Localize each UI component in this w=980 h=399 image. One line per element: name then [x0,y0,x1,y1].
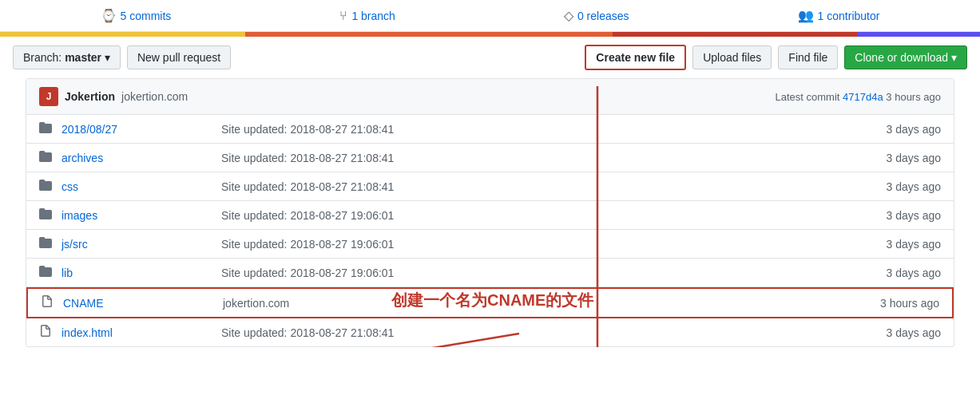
file-name-link[interactable]: 2018/08/27 [61,123,117,136]
file-time: 3 days ago [861,123,941,136]
branch-link[interactable]: 1 branch [351,10,395,22]
table-row: CNAMEjokertion.com3 hours ago [26,287,954,318]
action-bar-right: Create new file Upload files Find file C… [585,45,967,70]
folder-icon [39,121,55,136]
file-message: Site updated: 2018-08-27 19:06:01 [221,238,861,251]
file-time: 3 days ago [861,267,941,279]
file-message: Site updated: 2018-08-27 19:06:01 [221,209,861,222]
progress-bar [0,32,980,37]
file-time: 3 days ago [861,326,941,339]
commit-time: 3 hours ago [886,91,941,103]
upload-files-button[interactable]: Upload files [692,45,772,69]
contributor-stat: 👥 1 contributor [798,8,880,23]
commits-label: commits [129,10,171,22]
file-list: 2018/08/27Site updated: 2018-08-27 21:08… [26,115,954,346]
table-row: js/srcSite updated: 2018-08-27 19:06:013… [26,230,954,259]
repo-header-left: J Jokertion jokertion.com [39,87,188,106]
file-time: 3 days ago [861,238,941,251]
file-message: jokertion.com [223,297,859,310]
releases-stat: ◇ 0 releases [564,8,629,23]
table-row: 2018/08/27Site updated: 2018-08-27 21:08… [26,115,954,144]
file-name: archives [61,152,221,164]
file-name: index.html [61,326,221,339]
file-name-link[interactable]: index.html [61,326,113,339]
contributor-link[interactable]: 1 contributor [818,10,880,22]
file-name: lib [61,267,221,279]
folder-icon [39,179,55,194]
repo-header: J Jokertion jokertion.com Latest commit … [26,79,954,115]
commit-hash-link[interactable]: 4717d4a [843,91,883,103]
table-row: archivesSite updated: 2018-08-27 21:08:4… [26,144,954,172]
commits-link[interactable]: 5 commits [121,10,172,22]
top-bar: ⌚ 5 commits ⑂ 1 branch ◇ 0 releases 👥 1 … [0,0,980,32]
file-name: CNAME [63,297,223,310]
file-name-link[interactable]: CNAME [63,297,104,310]
contributor-count: 1 [818,10,824,22]
folder-icon [39,236,55,251]
progress-seg3 [613,32,858,37]
file-name-link[interactable]: css [61,180,78,193]
repo-header-right: Latest commit 4717d4a 3 hours ago [776,91,941,103]
new-pull-request-button[interactable]: New pull request [127,45,231,69]
branch-count: 1 [351,10,358,22]
file-time: 3 days ago [861,152,941,164]
action-bar-left: Branch: master ▾ New pull request [13,45,231,69]
file-name-link[interactable]: images [61,209,97,222]
progress-seg4 [858,32,980,37]
table-row: libSite updated: 2018-08-27 19:06:013 da… [26,259,954,287]
commits-stat: ⌚ 5 commits [101,8,172,23]
avatar: J [39,87,58,106]
file-name-link[interactable]: lib [61,267,73,279]
contributor-label: contributor [827,10,879,22]
branch-label-text: Branch: [23,51,61,64]
create-new-file-button[interactable]: Create new file [585,45,686,70]
releases-label: releases [587,10,629,22]
clone-or-download-button[interactable]: Clone or download ▾ [844,45,967,69]
folder-icon [39,150,55,165]
file-name: css [61,180,221,193]
file-name: 2018/08/27 [61,123,221,136]
progress-seg2 [245,32,613,37]
action-bar: Branch: master ▾ New pull request Create… [0,37,980,78]
file-name: js/src [61,238,221,251]
file-message: Site updated: 2018-08-27 21:08:41 [221,123,861,136]
file-name-link[interactable]: archives [61,152,103,164]
file-time: 3 hours ago [859,297,939,310]
table-row: imagesSite updated: 2018-08-27 19:06:013… [26,201,954,230]
repo-wrapper: J Jokertion jokertion.com Latest commit … [0,78,980,347]
branch-selector[interactable]: Branch: master ▾ [13,45,121,69]
repo-user-name: Jokertion [65,90,115,103]
folder-icon [39,207,55,223]
repo-table: J Jokertion jokertion.com Latest commit … [26,78,954,347]
commits-icon: ⌚ [101,8,117,23]
branch-label: branch [361,10,395,22]
contributor-icon: 👥 [798,8,814,23]
file-icon [39,325,55,340]
file-name: images [61,209,221,222]
folder-icon [39,265,55,280]
file-icon [41,295,57,310]
branch-stat: ⑂ 1 branch [339,9,395,23]
branch-icon: ⑂ [339,9,347,23]
file-time: 3 days ago [861,209,941,222]
file-name-link[interactable]: js/src [61,238,88,251]
file-message: Site updated: 2018-08-27 21:08:41 [221,180,861,193]
branch-name: master [65,51,101,64]
file-message: Site updated: 2018-08-27 21:08:41 [221,326,861,339]
table-row: cssSite updated: 2018-08-27 21:08:413 da… [26,172,954,201]
table-row: index.htmlSite updated: 2018-08-27 21:08… [26,318,954,346]
repo-domain: jokertion.com [121,90,188,103]
releases-link[interactable]: 0 releases [577,10,629,22]
file-message: Site updated: 2018-08-27 19:06:01 [221,267,861,279]
file-message: Site updated: 2018-08-27 21:08:41 [221,152,861,164]
latest-commit-label: Latest commit [776,91,840,103]
commits-count: 5 [121,10,127,22]
releases-count: 0 [577,10,584,22]
progress-seg1 [0,32,245,37]
find-file-button[interactable]: Find file [778,45,838,69]
releases-icon: ◇ [564,8,573,23]
file-time: 3 days ago [861,180,941,193]
